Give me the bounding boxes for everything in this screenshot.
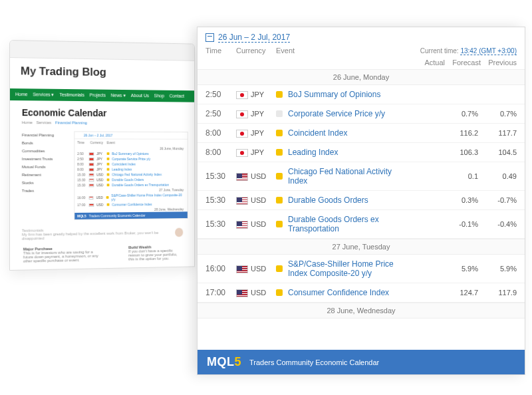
previous-value: -0.7% <box>481 196 517 204</box>
event-row[interactable]: 2:50JPYBoJ Summary of Opinions <box>198 85 525 104</box>
footer-right-t: If you don't have a specific reason to g… <box>128 249 177 261</box>
event-row[interactable]: 2:50JPYCorporate Service Price y/y0.7%0.… <box>198 104 525 124</box>
sidebar-item-investment-trusts[interactable]: Investment Trusts <box>22 155 68 163</box>
sidebar-item-retirement[interactable]: Retirement <box>22 171 68 179</box>
mql5-logo: MQL5 <box>207 355 241 369</box>
nav-news[interactable]: News ▾ <box>111 93 126 98</box>
event-name[interactable]: Consumer Confidence Index <box>288 288 389 297</box>
sidebar-item-mutual-funds[interactable]: Mutual Funds <box>22 163 68 171</box>
event-time: 2:50 <box>205 90 233 99</box>
usa-flag-icon <box>236 197 248 205</box>
event-row[interactable]: 8:00JPYCoincident Index116.2117.7 <box>198 124 525 143</box>
sidebar-item-commodities[interactable]: Commodities <box>22 147 68 155</box>
japan-flag-icon <box>89 168 94 171</box>
event-row[interactable]: 15:30USDChicago Fed National Activity In… <box>198 162 525 191</box>
usa-flag-icon <box>88 196 94 199</box>
event-name[interactable]: Coincident Index <box>288 128 347 138</box>
usa-flag-icon <box>236 265 248 273</box>
japan-flag-icon <box>236 110 248 118</box>
event-currency: USD <box>236 219 273 229</box>
event-name[interactable]: BoJ Summary of Opinions <box>288 90 380 99</box>
mini-event-row[interactable]: 2:50JPYBoJ Summary of Opinions <box>74 151 188 156</box>
nav-home[interactable]: Home <box>15 92 28 97</box>
mini-brand-tag: Traders Community Economic Calendar <box>89 213 146 218</box>
testimonial-text: My firm has been greatly helped by the e… <box>22 231 172 241</box>
mini-day-1: 26 June, Monday <box>74 146 188 151</box>
event-row[interactable]: 15:30USDDurable Goods Orders ex Transpor… <box>198 210 525 239</box>
previous-value: 0.49 <box>481 172 517 180</box>
breadcrumb-active: Financial Planning <box>55 120 87 124</box>
event-time: 8:00 <box>205 128 233 138</box>
impact-indicator <box>276 173 283 180</box>
event-name[interactable]: Chicago Fed National Activity Index <box>288 167 401 186</box>
event-currency: USD <box>236 172 273 181</box>
event-time: 15:30 <box>205 172 233 181</box>
current-time-label: Current time: <box>420 47 459 55</box>
forecast-value: 5.9% <box>442 265 478 273</box>
mini-event-row[interactable]: 16:00USDS&P/Case-Shiller Home Price Inde… <box>74 192 188 202</box>
mini-event-row[interactable]: 2:50JPYCorporate Service Price y/y <box>74 156 188 162</box>
previous-value: -0.4% <box>481 220 517 228</box>
previous-value: 104.5 <box>481 148 517 156</box>
event-row[interactable]: 8:00JPYLeading Index106.3104.5 <box>198 143 525 162</box>
current-time-value[interactable]: 13:42 (GMT +3:00) <box>460 47 517 55</box>
impact-indicator <box>276 91 283 98</box>
footer-left-t: This is for investors who are saving for… <box>23 250 98 263</box>
sidebar-item-financial-planning[interactable]: Financial Planning <box>22 131 68 139</box>
breadcrumb-home[interactable]: Home <box>22 120 33 124</box>
previous-value: 117.9 <box>481 289 517 297</box>
previous-value: 5.9% <box>481 265 517 273</box>
day-header: 27 June, Tuesday <box>198 239 525 255</box>
economic-calendar-widget: 26 Jun – 2 Jul, 2017 Time Currency Event… <box>197 27 525 375</box>
impact-indicator <box>107 178 110 181</box>
event-name[interactable]: Durable Goods Orders <box>288 196 368 205</box>
nav-projects[interactable]: Projects <box>90 92 106 98</box>
nav-testimonials[interactable]: Testimonials <box>59 92 84 98</box>
sidebar-item-trades[interactable]: Trades <box>22 187 68 195</box>
impact-indicator <box>106 196 109 199</box>
event-currency: JPY <box>236 90 273 99</box>
mini-cal-icon <box>77 133 81 137</box>
nav-about[interactable]: About Us <box>131 93 149 98</box>
nav-services[interactable]: Services ▾ <box>33 92 54 97</box>
col-currency: Currency <box>236 47 273 55</box>
calendar-icon <box>205 33 214 42</box>
impact-indicator <box>276 289 283 296</box>
nav-contact[interactable]: Contact <box>170 94 185 99</box>
impact-indicator <box>107 184 110 186</box>
sidebar-item-bonds[interactable]: Bonds <box>22 139 68 147</box>
event-name[interactable]: Durable Goods Orders ex Transportation <box>288 215 401 233</box>
mini-date-range[interactable]: 26 Jun – 2 Jul, 2017 <box>84 133 112 137</box>
current-time-block: Current time: 13:42 (GMT +3:00) <box>420 47 517 55</box>
date-range-picker[interactable]: 26 Jun – 2 Jul, 2017 <box>198 27 525 45</box>
day-header: 26 June, Monday <box>198 69 525 85</box>
event-name[interactable]: Corporate Service Price y/y <box>288 109 385 118</box>
sidebar-item-stocks[interactable]: Stocks <box>22 179 68 187</box>
brand-tagline: Traders Community Economic Calendar <box>249 358 379 366</box>
usa-flag-icon <box>236 173 248 181</box>
mini-brand-bar: MQL5 Traders Community Economic Calendar <box>74 211 188 219</box>
col-event: Event <box>276 47 418 55</box>
impact-indicator <box>276 221 283 227</box>
event-row[interactable]: 16:00USDS&P/Case-Shiller Home Price Inde… <box>198 255 525 283</box>
japan-flag-icon <box>236 91 248 99</box>
usa-flag-icon <box>89 203 94 206</box>
date-range-text[interactable]: 26 Jun – 2 Jul, 2017 <box>218 33 290 43</box>
forecast-value: 0.3% <box>442 196 478 204</box>
breadcrumb-mid[interactable]: Services <box>37 120 52 124</box>
mini-economic-calendar: 26 Jun – 2 Jul, 2017 Time Currency Event… <box>74 131 188 219</box>
calendar-header-row: Time Currency Event Current time: 13:42 … <box>198 45 525 59</box>
forecast-value: 106.3 <box>442 148 478 156</box>
event-time: 8:00 <box>205 148 233 157</box>
calendar-body: 26 June, Monday2:50JPYBoJ Summary of Opi… <box>198 69 525 350</box>
page-title: Economic Calendar <box>10 100 194 122</box>
event-name[interactable]: S&P/Case-Shiller Home Price Index Compos… <box>288 259 401 278</box>
event-row[interactable]: 17:00USDConsumer Confidence Index124.711… <box>198 283 525 303</box>
event-row[interactable]: 15:30USDDurable Goods Orders0.3%-0.7% <box>198 191 525 210</box>
nav-shop[interactable]: Shop <box>154 93 164 98</box>
mini-col-event: Event <box>107 140 115 144</box>
usa-flag-icon <box>236 289 248 297</box>
brand-text: MQL <box>207 355 235 368</box>
event-name[interactable]: Leading Index <box>288 148 338 157</box>
impact-indicator <box>107 174 110 176</box>
